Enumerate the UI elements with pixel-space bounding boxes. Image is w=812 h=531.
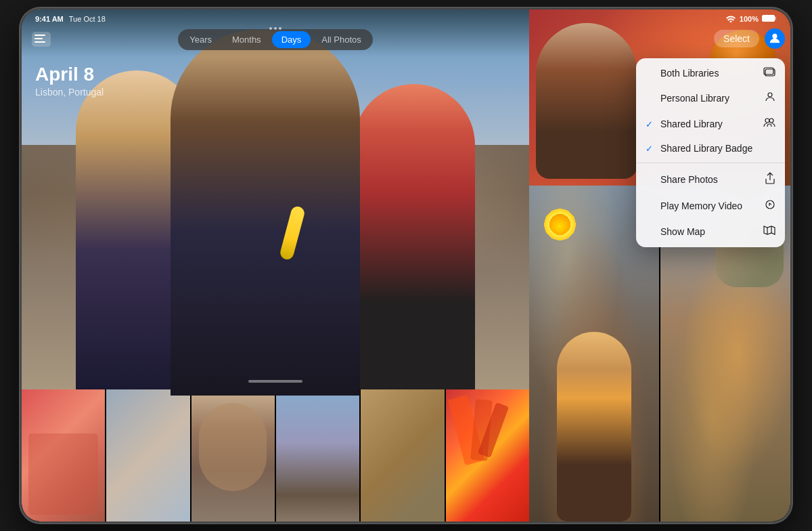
thumbnail-5[interactable] (361, 389, 444, 522)
thumbnails-row (22, 389, 529, 522)
thumbnail-3[interactable] (191, 389, 275, 522)
tab-months[interactable]: Months (223, 31, 271, 48)
right-panel: Select Bot (529, 9, 790, 522)
dropdown-both-libraries[interactable]: Both Libraries (636, 61, 785, 85)
show-map-icon (763, 225, 775, 238)
status-bar: 9:41 AM Tue Oct 18 100% (22, 9, 790, 28)
check-shared-library: ✓ (646, 119, 656, 129)
main-photo-area: Years Months Days All Photos April 8 Lis… (22, 9, 529, 522)
dropdown-personal-library[interactable]: Personal Library (636, 85, 785, 111)
svg-rect-1 (775, 17, 776, 20)
svg-point-6 (765, 119, 769, 123)
battery-icon (762, 13, 777, 25)
battery-percentage: 100% (740, 15, 759, 23)
play-memory-label: Play Memory Video (660, 200, 742, 211)
thumbnail-2[interactable] (106, 389, 189, 522)
select-button[interactable]: Select (714, 30, 759, 47)
thumbnail-6[interactable] (446, 389, 529, 522)
photos-app: 9:41 AM Tue Oct 18 100% (22, 9, 790, 522)
dropdown-section-library: Both Libraries (636, 58, 785, 163)
both-libraries-label: Both Libraries (660, 68, 719, 79)
ipad-frame: 9:41 AM Tue Oct 18 100% (20, 8, 792, 523)
personal-library-label: Personal Library (660, 93, 729, 104)
scroll-indicator (248, 380, 302, 383)
dropdown-menu: Both Libraries (636, 58, 785, 247)
thumbnail-4[interactable] (276, 389, 359, 522)
dropdown-share-photos[interactable]: Share Photos (636, 166, 785, 193)
check-shared-badge: ✓ (646, 144, 656, 154)
svg-rect-0 (763, 16, 775, 22)
status-right: 100% (725, 13, 777, 25)
svg-rect-4 (765, 69, 775, 76)
svg-point-7 (769, 119, 773, 123)
sidebar-toggle-button[interactable] (32, 32, 51, 47)
photo-location: Lisbon, Portugal (35, 87, 104, 98)
personal-library-icon (765, 91, 775, 105)
share-photos-label: Share Photos (660, 174, 718, 185)
photo-date: April 8 (35, 64, 104, 85)
svg-point-5 (768, 93, 772, 97)
shared-library-icon (763, 117, 775, 131)
dropdown-shared-library[interactable]: ✓ Shared Library (636, 111, 785, 137)
status-time: 9:41 AM (35, 15, 64, 23)
dropdown-shared-library-badge[interactable]: ✓ Shared Library Badge (636, 137, 785, 160)
both-libraries-icon (763, 67, 775, 79)
avatar-button[interactable] (765, 28, 785, 49)
dropdown-show-map[interactable]: Show Map (636, 219, 785, 245)
svg-marker-9 (764, 226, 775, 234)
dropdown-section-actions: Share Photos (636, 163, 785, 247)
tab-all-photos[interactable]: All Photos (312, 31, 371, 48)
play-memory-icon (765, 199, 775, 213)
ipad-screen: 9:41 AM Tue Oct 18 100% (22, 9, 790, 522)
svg-point-8 (766, 200, 774, 209)
svg-point-2 (772, 34, 777, 39)
shared-library-badge-label: Shared Library Badge (660, 143, 752, 154)
thumbnail-1[interactable] (22, 389, 105, 522)
show-map-label: Show Map (660, 226, 705, 237)
date-overlay: April 8 Lisbon, Portugal (35, 64, 104, 98)
share-photos-icon (765, 172, 775, 187)
wifi-icon (725, 14, 736, 24)
tab-years[interactable]: Years (180, 31, 221, 48)
shared-library-label: Shared Library (660, 119, 723, 129)
status-date: Tue Oct 18 (69, 15, 106, 23)
dropdown-play-memory[interactable]: Play Memory Video (636, 193, 785, 219)
right-header: Select (714, 28, 785, 49)
